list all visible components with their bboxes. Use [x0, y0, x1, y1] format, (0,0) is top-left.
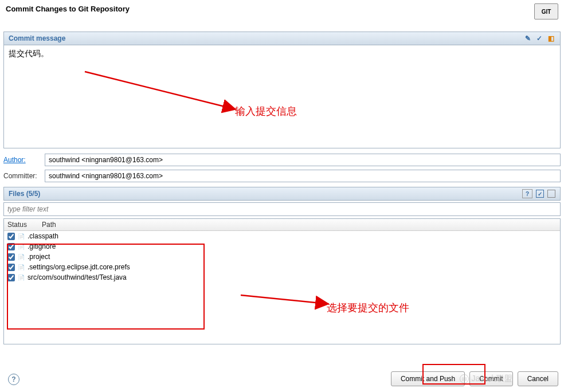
table-row[interactable]: 📄.settings/org.eclipse.jdt.core.prefs — [4, 262, 560, 272]
annotation-commit-msg: 输入提交信息 — [235, 104, 297, 118]
annotation-files: 选择要提交的文件 — [327, 301, 409, 315]
commit-toolbar: ✎ ✓ ◧ — [523, 34, 555, 43]
help-icon[interactable]: ? — [8, 374, 19, 385]
file-path: .gitignore — [28, 242, 56, 250]
table-row[interactable]: 📄.project — [4, 252, 560, 262]
file-icon: 📄 — [17, 232, 25, 240]
file-icon: 📄 — [17, 253, 25, 261]
files-toolbar: ? ✓ — [522, 189, 555, 198]
commit-and-push-button[interactable]: Commit and Push — [391, 371, 465, 386]
file-icon: 📄 — [17, 263, 25, 271]
author-input[interactable] — [45, 154, 561, 166]
file-checkbox[interactable] — [7, 264, 15, 271]
file-checkbox[interactable] — [7, 274, 15, 281]
commit-message-input[interactable] — [3, 45, 561, 148]
file-checkbox[interactable] — [7, 253, 15, 261]
file-icon: 📄 — [17, 273, 25, 281]
commit-message-header: Commit message ✎ ✓ ◧ — [3, 32, 561, 45]
files-table: Status Path 📄.classpath📄.gitignore📄.proj… — [3, 218, 561, 344]
table-row[interactable]: 📄.gitignore — [4, 241, 560, 252]
path-column[interactable]: Path — [42, 221, 557, 229]
deselect-all-icon[interactable] — [547, 190, 555, 198]
files-header: Files (5/5) ? ✓ — [3, 187, 561, 201]
file-path: src/com/southwind/test/Test.java — [28, 273, 127, 281]
author-label[interactable]: Author: — [3, 156, 42, 164]
signoff-icon[interactable]: ✓ — [535, 34, 544, 43]
changeid-icon[interactable]: ◧ — [546, 34, 555, 43]
amend-icon[interactable]: ✎ — [523, 34, 532, 43]
files-count-label: Files (5/5) — [9, 190, 40, 198]
committer-input[interactable] — [45, 170, 561, 182]
table-row[interactable]: 📄.classpath — [4, 231, 560, 241]
files-help-icon[interactable]: ? — [522, 189, 532, 198]
file-icon: 📄 — [17, 242, 25, 250]
watermark-text: Java大联盟 — [471, 374, 512, 384]
git-logo: GIT — [534, 3, 558, 19]
commit-message-label: Commit message — [9, 34, 65, 42]
file-checkbox[interactable] — [7, 243, 15, 250]
wechat-icon: ✉ — [460, 374, 469, 383]
file-checkbox[interactable] — [7, 233, 15, 240]
filter-input[interactable] — [3, 202, 561, 216]
table-header: Status Path — [4, 219, 560, 231]
watermark: ✉ Java大联盟 — [460, 374, 512, 384]
file-path: .classpath — [28, 232, 58, 240]
cancel-button[interactable]: Cancel — [518, 371, 558, 386]
committer-label: Committer: — [3, 172, 42, 180]
dialog-title: Commit Changes to Git Repository — [0, 0, 564, 18]
file-path: .project — [28, 253, 50, 261]
select-all-icon[interactable]: ✓ — [536, 190, 544, 198]
file-path: .settings/org.eclipse.jdt.core.prefs — [28, 263, 130, 271]
table-row[interactable]: 📄src/com/southwind/test/Test.java — [4, 272, 560, 283]
status-column[interactable]: Status — [7, 221, 42, 229]
